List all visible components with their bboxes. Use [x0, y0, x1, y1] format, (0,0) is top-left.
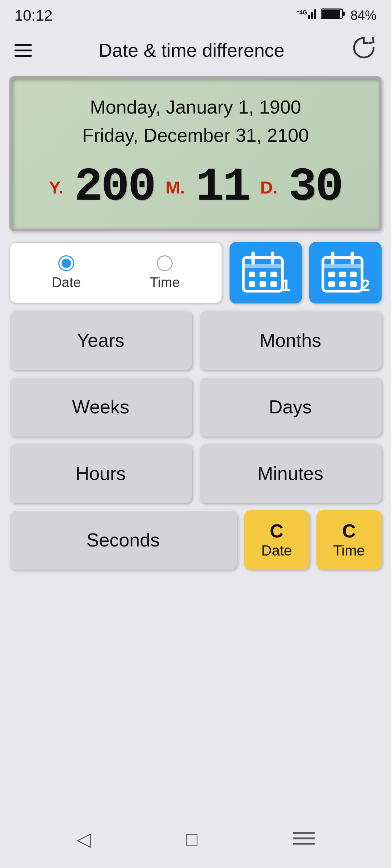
- date-radio[interactable]: [58, 255, 74, 271]
- clear-date-label: Date: [261, 542, 292, 559]
- date1-display: Monday, January 1, 1900: [22, 93, 369, 121]
- mode-selector: Date Time: [9, 242, 222, 303]
- svg-rect-23: [350, 272, 357, 277]
- status-time: 10:12: [14, 7, 52, 24]
- month-label: M.: [165, 178, 185, 197]
- svg-rect-22: [339, 272, 346, 277]
- years-button[interactable]: Years: [9, 311, 192, 370]
- time-mode-option[interactable]: Time: [150, 255, 180, 290]
- status-bar: 10:12 ⁺4G 84%: [0, 0, 391, 28]
- history-button[interactable]: [351, 35, 377, 65]
- hours-button[interactable]: Hours: [9, 444, 192, 503]
- time-radio[interactable]: [157, 255, 173, 271]
- cal1-number: 1: [282, 276, 290, 294]
- top-bar: Date & time difference: [0, 28, 391, 73]
- svg-rect-14: [249, 281, 255, 287]
- home-button[interactable]: □: [186, 828, 197, 850]
- svg-rect-1: [308, 15, 310, 19]
- svg-rect-16: [270, 281, 277, 287]
- svg-rect-18: [323, 264, 362, 268]
- years-months-row: Years Months: [9, 311, 382, 370]
- clear-time-c: C: [342, 522, 356, 540]
- recents-button[interactable]: [293, 829, 315, 849]
- display-dates: Monday, January 1, 1900 Friday, December…: [22, 93, 369, 149]
- page-title: Date & time difference: [98, 39, 285, 61]
- svg-rect-24: [328, 281, 335, 287]
- battery-percent: 84%: [350, 8, 377, 23]
- day-label: D.: [260, 178, 278, 197]
- svg-rect-5: [321, 10, 340, 18]
- svg-rect-25: [339, 281, 346, 287]
- day-value: 30: [289, 164, 342, 211]
- svg-rect-26: [350, 281, 357, 287]
- weeks-button[interactable]: Weeks: [9, 377, 192, 437]
- weeks-days-row: Weeks Days: [9, 377, 382, 437]
- buttons-section: Date Time: [0, 242, 391, 570]
- year-label: Y.: [49, 178, 63, 197]
- clear-date-button[interactable]: C Date: [244, 510, 309, 570]
- date-radio-inner: [62, 259, 71, 268]
- svg-rect-2: [311, 12, 313, 19]
- battery-icon: [321, 8, 346, 23]
- svg-rect-21: [328, 272, 335, 277]
- display-result: Y. 200 M. 11 D. 30: [22, 164, 369, 211]
- months-button[interactable]: Months: [199, 311, 382, 370]
- days-button[interactable]: Days: [199, 377, 382, 437]
- time-label: Time: [150, 275, 180, 290]
- display-panel: Monday, January 1, 1900 Friday, December…: [9, 76, 382, 231]
- svg-rect-12: [260, 272, 266, 277]
- clear-time-label: Time: [333, 542, 365, 559]
- month-value: 11: [196, 164, 249, 211]
- cal1-icon-wrap: 1: [241, 251, 290, 294]
- bottom-nav: ◁ □: [0, 810, 391, 868]
- date2-display: Friday, December 31, 2100: [22, 121, 369, 149]
- date-label: Date: [52, 275, 81, 290]
- date-mode-option[interactable]: Date: [52, 255, 81, 290]
- clear-time-button[interactable]: C Time: [316, 510, 382, 570]
- calendar2-button[interactable]: 2: [309, 242, 382, 303]
- hamburger-menu-button[interactable]: [14, 44, 32, 57]
- hours-minutes-row: Hours Minutes: [9, 444, 382, 503]
- clear-date-c: C: [270, 522, 283, 540]
- svg-rect-8: [243, 264, 282, 268]
- minutes-button[interactable]: Minutes: [199, 444, 382, 503]
- cal2-icon-wrap: 2: [321, 251, 370, 294]
- cal2-number: 2: [361, 276, 370, 294]
- svg-rect-13: [270, 272, 277, 277]
- svg-rect-15: [260, 281, 266, 287]
- year-value: 200: [74, 164, 155, 211]
- seconds-button[interactable]: Seconds: [9, 510, 237, 570]
- svg-rect-6: [342, 12, 345, 16]
- svg-text:⁺4G: ⁺4G: [297, 9, 307, 16]
- last-row: Seconds C Date C Time: [9, 510, 382, 570]
- mode-row: Date Time: [9, 242, 382, 303]
- status-icons: ⁺4G 84%: [297, 7, 377, 24]
- svg-rect-3: [314, 9, 316, 19]
- calendar1-button[interactable]: 1: [230, 242, 302, 303]
- back-button[interactable]: ◁: [76, 828, 91, 850]
- svg-rect-11: [249, 272, 255, 277]
- signal-icon: ⁺4G: [297, 7, 316, 24]
